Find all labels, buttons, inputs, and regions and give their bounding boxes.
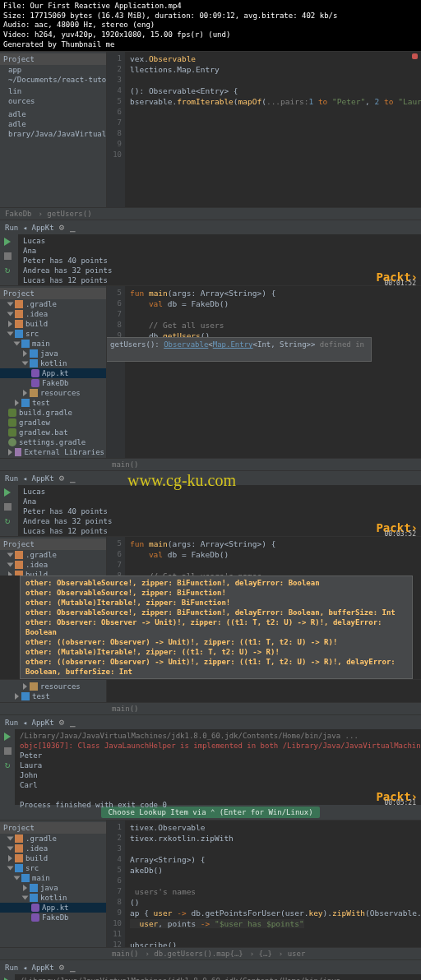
- tree-item[interactable]: build: [0, 853, 106, 863]
- expand-icon[interactable]: [8, 321, 12, 327]
- tree-item[interactable]: App.kt: [0, 903, 106, 913]
- expand-icon[interactable]: [14, 876, 21, 881]
- stop-button[interactable]: [2, 745, 13, 756]
- rerun-button[interactable]: ↻: [2, 264, 13, 275]
- breadcrumb-item[interactable]: getUsers(): [47, 210, 91, 218]
- code-editor[interactable]: 12345678910111213 tivex.Observable tivex…: [107, 821, 421, 947]
- expand-icon[interactable]: [7, 553, 14, 557]
- expand-icon[interactable]: [7, 867, 14, 871]
- code-content[interactable]: fun main(args: Array<String>) { val db =…: [127, 537, 421, 576]
- tree-item[interactable]: resources: [0, 388, 106, 398]
- expand-icon[interactable]: [7, 332, 14, 336]
- rerun-button[interactable]: ↻: [2, 759, 13, 770]
- tree-item[interactable]: FakeDb: [0, 378, 106, 388]
- tree-item[interactable]: test: [0, 691, 106, 701]
- expand-icon[interactable]: [15, 400, 19, 406]
- tree-item[interactable]: gradlew: [0, 418, 106, 428]
- completion-popup[interactable]: other: ObservableSource!, zipper: BiFunc…: [20, 576, 413, 679]
- code-content[interactable]: fun main(args: Array<String>) { val db =…: [127, 286, 421, 343]
- project-sidebar[interactable]: Project .gradle.ideabuild: [0, 537, 107, 576]
- breadcrumb-bar[interactable]: FakeDb› getUsers(): [0, 207, 421, 220]
- tree-item[interactable]: resources: [0, 682, 106, 691]
- tree-item[interactable]: lin: [0, 86, 106, 96]
- expand-icon[interactable]: [22, 896, 29, 900]
- gear-icon[interactable]: ⚙ ⎯: [59, 473, 76, 483]
- breadcrumb-item[interactable]: user: [288, 950, 306, 958]
- tree-item[interactable]: .idea: [0, 560, 106, 570]
- tree-item[interactable]: .gradle: [0, 299, 106, 309]
- tree-item[interactable]: build.gradle: [0, 408, 106, 418]
- tree-item[interactable]: External Libraries: [0, 447, 106, 457]
- tree-item[interactable]: ~/Documents/react-tutoria: [0, 75, 106, 85]
- code-editor[interactable]: [107, 680, 421, 702]
- tree-item[interactable]: java: [0, 349, 106, 358]
- code-content[interactable]: tivex.Observable tivex.rxkotlin.zipWith …: [127, 821, 421, 947]
- run-button[interactable]: [2, 976, 13, 980]
- project-header[interactable]: Project: [0, 822, 106, 834]
- completion-item[interactable]: other: (Mutable)Iterable!, zipper: BiFun…: [25, 598, 407, 608]
- expand-icon[interactable]: [23, 885, 27, 891]
- tree-item[interactable]: app: [0, 65, 106, 75]
- run-toolbar[interactable]: Run ◂ AppKt ⚙ ⎯: [0, 959, 421, 974]
- expand-icon[interactable]: [7, 847, 14, 851]
- expand-icon[interactable]: [23, 683, 27, 690]
- breadcrumb-item[interactable]: FakeDb: [5, 210, 32, 218]
- run-config-label[interactable]: Run ◂ AppKt: [5, 719, 54, 727]
- tree-item[interactable]: adle: [0, 109, 106, 119]
- tree-item[interactable]: java: [0, 883, 106, 893]
- breadcrumb-item[interactable]: {…}: [259, 950, 272, 958]
- stop-button[interactable]: [2, 250, 13, 261]
- completion-item[interactable]: other: ObservableSource!, zipper: BiFunc…: [25, 578, 407, 588]
- terminal-output[interactable]: /Library/Java/JavaVirtualMachines/jdk1.8…: [15, 729, 421, 805]
- tree-item[interactable]: .gradle: [0, 834, 106, 844]
- tree-item[interactable]: settings.gradle: [0, 437, 106, 447]
- run-config-label[interactable]: Run ◂ AppKt: [5, 964, 54, 972]
- tree-item[interactable]: main: [0, 873, 106, 883]
- tree-item[interactable]: main: [0, 339, 106, 349]
- project-sidebar[interactable]: Project .gradle.ideabuildsrcmainjavakotl…: [0, 286, 107, 458]
- breadcrumb-bar[interactable]: main()› db.getUsers().map{…}› {…}› user: [0, 947, 421, 959]
- completion-item[interactable]: other: ((observer: Observer) -> Unit)!, …: [25, 657, 407, 677]
- expand-icon[interactable]: [8, 449, 12, 455]
- tree-item[interactable]: App.kt: [0, 368, 106, 378]
- rerun-button[interactable]: ↻: [2, 515, 13, 526]
- expand-icon[interactable]: [8, 571, 12, 576]
- breadcrumb-item[interactable]: main(): [112, 705, 139, 713]
- expand-icon[interactable]: [7, 303, 14, 307]
- tree-item[interactable]: build: [0, 319, 106, 329]
- project-sidebar[interactable]: resourcestest: [0, 680, 107, 702]
- terminal-output[interactable]: Lucas Ana Peter has 40 points Andrea has…: [18, 234, 421, 285]
- run-button[interactable]: [2, 487, 13, 498]
- expand-icon[interactable]: [7, 312, 14, 317]
- code-editor[interactable]: 5678910 fun main(args: Array<String>) { …: [107, 537, 421, 576]
- tree-item[interactable]: .idea: [0, 309, 106, 319]
- breadcrumb-bar[interactable]: main(): [0, 458, 421, 470]
- expand-icon[interactable]: [7, 563, 14, 567]
- run-config-label[interactable]: Run ◂ AppKt: [5, 224, 54, 232]
- run-toolbar[interactable]: Run ◂ AppKt ⚙ ⎯: [0, 470, 421, 485]
- breadcrumb-item[interactable]: main(): [112, 460, 139, 469]
- run-toolbar[interactable]: Run ◂ AppKt ⚙ ⎯: [0, 220, 421, 234]
- project-header[interactable]: Project: [0, 288, 106, 299]
- expand-icon[interactable]: [8, 855, 12, 862]
- tree-item[interactable]: kotlin: [0, 893, 106, 903]
- code-content[interactable]: vex.Observable llections.Map.Entry (): O…: [127, 52, 421, 109]
- tree-item[interactable]: FakeDb: [0, 913, 106, 922]
- expand-icon[interactable]: [23, 390, 27, 396]
- stop-button[interactable]: [2, 501, 13, 512]
- tree-item[interactable]: .gradle: [0, 550, 106, 560]
- completion-item[interactable]: other: ObservableSource!, zipper: BiFunc…: [25, 608, 407, 617]
- tree-item[interactable]: build: [0, 570, 106, 576]
- terminal-output[interactable]: /Library/Java/JavaVirtualMachines/jdk1.8…: [15, 974, 421, 980]
- run-config-label[interactable]: Run ◂ AppKt: [5, 474, 54, 483]
- run-button[interactable]: [2, 731, 13, 742]
- completion-item[interactable]: other: ObservableSource!, zipper: BiFunc…: [25, 588, 407, 598]
- project-header[interactable]: Project: [0, 53, 106, 65]
- terminal-output[interactable]: Lucas Ana Peter has 40 points Andrea has…: [18, 485, 421, 536]
- gear-icon[interactable]: ⚙ ⎯: [59, 222, 76, 233]
- project-sidebar[interactable]: Project .gradle.ideabuildsrcmainjavakotl…: [0, 821, 107, 947]
- gear-icon[interactable]: ⚙ ⎯: [59, 717, 76, 728]
- expand-icon[interactable]: [23, 350, 27, 357]
- expand-icon[interactable]: [22, 362, 29, 366]
- tree-item[interactable]: brary/Java/JavaVirtualMachines/: [0, 129, 106, 139]
